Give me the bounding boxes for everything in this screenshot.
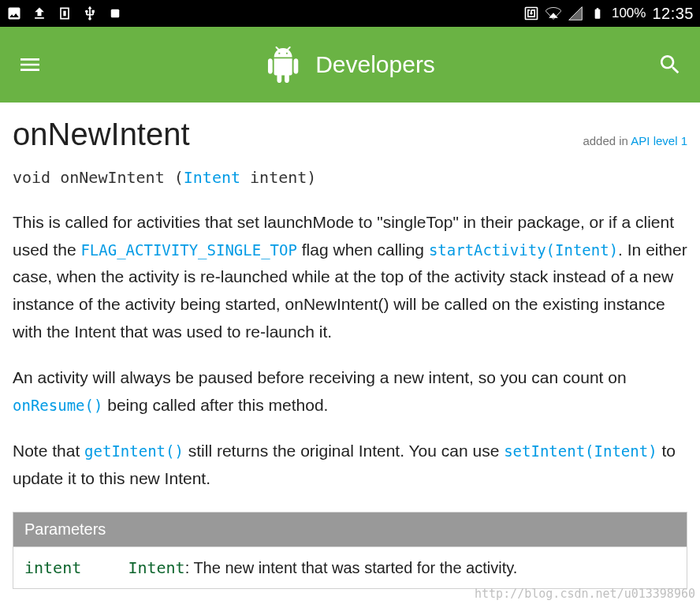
menu-button[interactable] <box>16 50 44 79</box>
onresume-link[interactable]: onResume() <box>13 397 102 414</box>
doc-content: onNewIntent added in API level 1 void on… <box>0 103 700 597</box>
table-row: intent Intent: The new intent that was s… <box>13 546 687 588</box>
param-type-link[interactable]: Intent <box>128 558 184 577</box>
title-row: onNewIntent added in API level 1 <box>13 117 687 152</box>
sig-param-name: intent <box>250 168 307 187</box>
p3-t2: still returns the original Intent. You c… <box>184 442 504 460</box>
status-left-icons <box>6 6 123 21</box>
status-right-icons: 100% 12:35 <box>523 5 694 23</box>
image-icon <box>6 6 22 21</box>
p2-t1: An activity will always be paused before… <box>13 368 627 386</box>
param-desc-text: : The new intent that was started for th… <box>185 559 518 576</box>
params-header: Parameters <box>13 512 117 546</box>
square-icon <box>107 6 123 21</box>
added-in-text: added in <box>583 134 631 147</box>
setintent-link[interactable]: setIntent(Intent) <box>504 442 657 460</box>
sig-method: onNewIntent <box>60 168 164 187</box>
app-title: Developers <box>315 51 435 78</box>
param-desc-cell: Intent: The new intent that was started … <box>117 546 687 588</box>
usb-icon <box>82 6 98 21</box>
parameters-table: Parameters intent Intent: The new intent… <box>13 512 687 589</box>
status-time: 12:35 <box>652 5 694 23</box>
battery-icon <box>590 6 605 21</box>
nfc-icon <box>523 6 539 21</box>
api-level-link[interactable]: API level 1 <box>631 134 687 147</box>
brand[interactable]: Developers <box>265 47 435 83</box>
description-para-2: An activity will always be paused before… <box>13 364 687 419</box>
p1-t2: flag when calling <box>297 240 429 259</box>
android-status-bar: 100% 12:35 <box>0 0 700 27</box>
android-icon <box>265 47 301 83</box>
description-para-1: This is called for activities that set l… <box>13 209 687 345</box>
p2-t2: being called after this method. <box>102 396 328 414</box>
page-title: onNewIntent <box>13 117 190 152</box>
startactivity-link[interactable]: startActivity(Intent) <box>429 241 618 259</box>
p3-t1: Note that <box>13 442 84 460</box>
usb-storage-icon <box>57 6 73 21</box>
flag-activity-single-top-link[interactable]: FLAG_ACTIVITY_SINGLE_TOP <box>80 241 297 259</box>
description-para-3: Note that getIntent() still returns the … <box>13 438 687 492</box>
upload-icon <box>32 6 47 21</box>
wifi-icon <box>545 6 561 21</box>
svg-rect-0 <box>111 9 120 18</box>
app-bar: Developers <box>0 27 700 103</box>
hamburger-icon <box>17 52 43 77</box>
signal-icon <box>568 6 583 21</box>
sig-return: void <box>13 168 50 187</box>
api-level-tag: added in API level 1 <box>583 134 687 147</box>
search-button[interactable] <box>656 50 684 79</box>
method-signature: void onNewIntent (Intent intent) <box>13 168 687 187</box>
search-icon <box>657 52 683 77</box>
getintent-link[interactable]: getIntent() <box>84 442 184 460</box>
param-name-cell: intent <box>13 546 117 588</box>
sig-param-type-link[interactable]: Intent <box>184 168 240 187</box>
battery-percent: 100% <box>612 6 646 21</box>
